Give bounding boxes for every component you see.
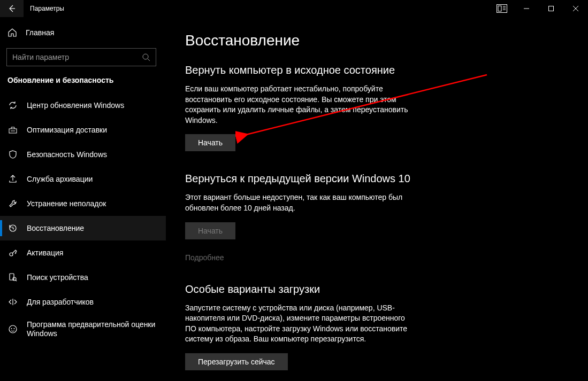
sidebar-section-title: Обновление и безопасность xyxy=(0,74,166,93)
section-heading: Вернуться к предыдущей версии Windows 10 xyxy=(185,173,485,185)
sidebar-item-recovery[interactable]: Восстановление xyxy=(0,216,166,240)
restart-now-button[interactable]: Перезагрузить сейчас xyxy=(185,353,288,370)
svg-line-10 xyxy=(148,59,150,61)
close-button[interactable] xyxy=(563,0,588,17)
sidebar-item-label: Устранение неполадок xyxy=(27,199,158,208)
sidebar-item-activation[interactable]: Активация xyxy=(0,240,166,265)
sidebar-item-insider[interactable]: Программа предварительной оценки Windows xyxy=(0,314,166,344)
search-icon xyxy=(142,53,150,61)
main-content: Восстановление Вернуть компьютер в исход… xyxy=(166,17,588,381)
sidebar-item-label: Безопасность Windows xyxy=(27,150,158,159)
sidebar-item-windows-update[interactable]: Центр обновления Windows xyxy=(0,93,166,118)
backup-icon xyxy=(7,174,18,184)
maximize-button[interactable] xyxy=(539,0,563,17)
minimize-button[interactable] xyxy=(514,0,539,17)
section-reset-pc: Вернуть компьютер в исходное состояние Е… xyxy=(185,64,485,151)
svg-rect-16 xyxy=(10,274,14,280)
sidebar-home-label: Главная xyxy=(26,28,54,37)
sidebar-item-troubleshoot[interactable]: Устранение неполадок xyxy=(0,191,166,216)
sidebar-nav: Центр обновления Windows Оптимизация дос… xyxy=(0,93,166,344)
section-previous-version: Вернуться к предыдущей версии Windows 10… xyxy=(185,173,485,261)
shield-icon xyxy=(7,149,18,160)
sidebar-item-backup[interactable]: Служба архивации xyxy=(0,167,166,191)
back-arrow-icon xyxy=(7,4,16,13)
section-body: Запустите систему с устройства или диска… xyxy=(185,303,410,345)
sidebar-item-find-device[interactable]: Поиск устройства xyxy=(0,265,166,290)
tablet-mode-icon[interactable] xyxy=(490,0,514,17)
svg-line-18 xyxy=(16,280,17,281)
key-icon xyxy=(7,247,18,258)
wrench-icon xyxy=(7,198,18,209)
recovery-icon xyxy=(7,223,18,234)
sidebar-item-windows-security[interactable]: Безопасность Windows xyxy=(0,142,166,167)
section-heading: Особые варианты загрузки xyxy=(185,283,485,296)
sync-icon xyxy=(7,100,18,111)
section-body: Если ваш компьютер работает нестабильно,… xyxy=(185,84,410,126)
section-advanced-startup: Особые варианты загрузки Запустите систе… xyxy=(185,283,485,370)
back-button[interactable] xyxy=(0,0,24,17)
svg-point-20 xyxy=(9,325,17,333)
find-device-icon xyxy=(7,272,18,283)
sidebar-item-label: Для разработчиков xyxy=(27,298,158,307)
svg-point-9 xyxy=(143,54,148,59)
sidebar-item-label: Активация xyxy=(27,248,158,258)
search-input[interactable] xyxy=(12,53,138,61)
learn-more-link[interactable]: Подробнее xyxy=(185,253,224,262)
sidebar-item-label: Поиск устройства xyxy=(27,273,158,282)
delivery-icon xyxy=(7,125,18,135)
page-title: Восстановление xyxy=(185,32,572,49)
svg-point-22 xyxy=(14,328,15,329)
svg-rect-1 xyxy=(498,6,501,11)
search-box[interactable] xyxy=(6,48,156,66)
section-heading: Вернуть компьютер в исходное состояние xyxy=(185,64,485,76)
reset-start-button[interactable]: Начать xyxy=(185,134,235,151)
sidebar-item-label: Оптимизация доставки xyxy=(27,126,158,135)
svg-point-21 xyxy=(11,328,12,329)
insider-icon xyxy=(7,324,18,335)
section-body: Этот вариант больше недоступен, так как … xyxy=(185,192,410,213)
sidebar-item-label: Центр обновления Windows xyxy=(27,101,158,110)
previous-start-button: Начать xyxy=(185,222,235,239)
sidebar-item-label: Служба архивации xyxy=(27,175,158,184)
svg-rect-6 xyxy=(549,6,554,11)
sidebar-item-label: Программа предварительной оценки Windows xyxy=(27,320,158,338)
sidebar-item-label: Восстановление xyxy=(27,224,158,233)
sidebar-item-delivery-optimization[interactable]: Оптимизация доставки xyxy=(0,118,166,142)
sidebar: Главная Обновление и безопасность Центр … xyxy=(0,17,166,381)
home-icon xyxy=(7,28,17,37)
sidebar-item-developers[interactable]: Для разработчиков xyxy=(0,290,166,314)
window-title: Параметры xyxy=(24,5,64,12)
sidebar-home[interactable]: Главная xyxy=(0,22,166,43)
title-bar: Параметры xyxy=(0,0,588,17)
developer-icon xyxy=(7,297,18,307)
